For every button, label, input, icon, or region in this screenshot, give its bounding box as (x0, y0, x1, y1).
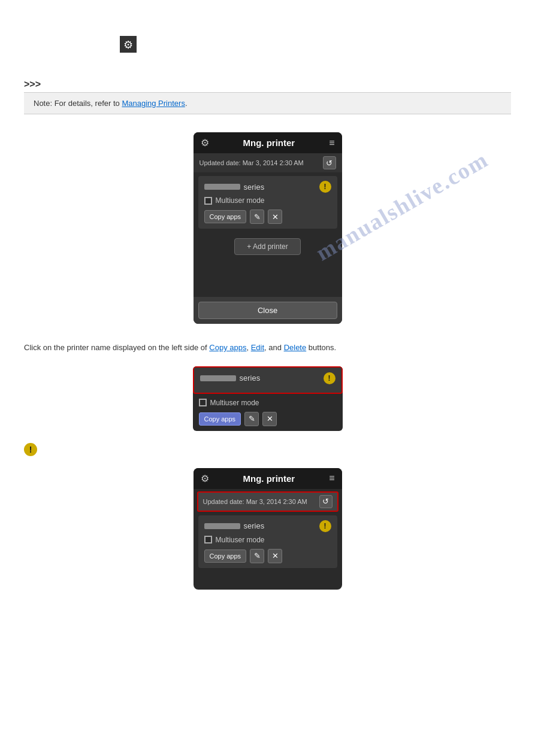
multiuser-row-3: Multiuser mode (204, 536, 331, 544)
warning-icon-standalone: ! (24, 443, 37, 456)
copy-apps-button-3[interactable]: Copy apps (204, 549, 247, 563)
multiuser-checkbox-1[interactable] (204, 197, 212, 205)
add-printer-button[interactable]: + Add printer (234, 238, 300, 255)
warning-icon-3: ! (319, 520, 331, 532)
warning-icon-2: ! (324, 372, 335, 384)
para-link1[interactable]: Copy apps (209, 343, 246, 352)
multiuser-checkbox-2[interactable] (199, 399, 207, 406)
section-1: ⚙ Mng. printer ≡ Updated date: Mar 3, 20… (73, 132, 463, 324)
multiuser-row-2: Multiuser mode (199, 399, 337, 407)
copy-apps-button-1[interactable]: Copy apps (204, 210, 247, 223)
printer-row-highlight: series ! (193, 366, 343, 394)
para-text3: , and (264, 343, 284, 352)
para-text2: , (246, 343, 250, 352)
widget-footer-1: Close (194, 297, 342, 324)
note-section: >>> Note: For details, refer to Managing… (24, 79, 511, 114)
edit-button-3[interactable]: ✎ (250, 549, 264, 563)
update-text-1: Updated date: Mar 3, 2014 2:30 AM (200, 159, 304, 166)
printer-series-1: series (244, 183, 265, 192)
note-box: Note: For details, refer to Managing Pri… (24, 92, 511, 114)
widget-spacer (194, 261, 342, 297)
action-buttons-3: Copy apps ✎ ✕ (204, 549, 331, 563)
para-text1: Click on the printer name displayed on t… (24, 343, 209, 352)
multiuser-label-3: Multiuser mode (216, 536, 265, 544)
paragraph-text: Click on the printer name displayed on t… (24, 342, 511, 354)
delete-button-2[interactable]: ✕ (262, 412, 277, 426)
printer-name-bar-1 (204, 184, 240, 190)
multiuser-label-2: Multiuser mode (210, 399, 259, 407)
multiuser-row-1: Multiuser mode (204, 196, 331, 205)
para-link2[interactable]: Edit (251, 343, 264, 352)
gear-icon-widget3[interactable]: ⚙ (201, 473, 209, 484)
warning-section: ! (24, 443, 511, 456)
printer-name-row-2: series ! (200, 372, 335, 384)
multiuser-label-1: Multiuser mode (216, 196, 265, 205)
delete-button-1[interactable]: ✕ (268, 210, 282, 224)
update-bar-1: Updated date: Mar 3, 2014 2:30 AM ↺ (194, 153, 342, 172)
note-link[interactable]: Managing Printers (122, 99, 185, 108)
refresh-button-1[interactable]: ↺ (323, 156, 336, 169)
widget-header-1: ⚙ Mng. printer ≡ (194, 132, 342, 153)
note-text-after: . (185, 99, 188, 108)
widget-title-1: Mng. printer (209, 138, 330, 148)
multiuser-checkbox-3[interactable] (204, 536, 212, 544)
action-buttons-2: Copy apps ✎ ✕ (199, 412, 337, 426)
note-arrows: >>> (24, 79, 511, 90)
update-bar-highlight: Updated date: Mar 3, 2014 2:30 AM ↺ (197, 491, 338, 512)
menu-icon-widget1[interactable]: ≡ (329, 138, 334, 148)
delete-button-3[interactable]: ✕ (268, 549, 282, 563)
menu-icon-widget3[interactable]: ≡ (329, 473, 334, 484)
add-printer-row: + Add printer (194, 232, 342, 261)
edit-button-1[interactable]: ✎ (250, 210, 264, 224)
refresh-button-3[interactable]: ↺ (319, 495, 333, 508)
gear-icon-widget1[interactable]: ⚙ (201, 137, 209, 148)
printer-row-1: series ! Multiuser mode Copy apps ✎ ✕ (198, 176, 337, 229)
section-2: series ! Multiuser mode Copy apps ✎ ✕ (193, 366, 343, 431)
printer-row-3: series ! Multiuser mode Copy apps ✎ ✕ (198, 515, 337, 568)
printer-series-2: series (240, 374, 261, 382)
printer-widget-1: ⚙ Mng. printer ≡ Updated date: Mar 3, 20… (194, 132, 342, 324)
svg-text:⚙: ⚙ (123, 39, 133, 51)
close-button-1[interactable]: Close (198, 302, 337, 319)
gear-icon-top: ⚙ (120, 36, 137, 53)
action-buttons-1: Copy apps ✎ ✕ (204, 210, 331, 224)
printer-widget-3: ⚙ Mng. printer ≡ Updated date: Mar 3, 20… (194, 468, 342, 590)
copy-apps-button-2[interactable]: Copy apps (199, 412, 241, 426)
note-text: Note: For details, refer to (34, 99, 122, 108)
widget-spacer-3 (194, 572, 342, 590)
printer-name-row-1: series ! (204, 181, 331, 193)
printer-name-bar-3 (204, 523, 240, 529)
para-text4: buttons. (306, 343, 336, 352)
widget-title-3: Mng. printer (209, 473, 330, 484)
edit-button-2[interactable]: ✎ (244, 412, 259, 426)
printer-name-row-3: series ! (204, 520, 331, 532)
section-3: ⚙ Mng. printer ≡ Updated date: Mar 3, 20… (73, 468, 463, 590)
printer-series-3: series (244, 521, 265, 530)
printer-name-bar-2 (200, 375, 236, 381)
update-text-3: Updated date: Mar 3, 2014 2:30 AM (203, 498, 307, 505)
widget-header-3: ⚙ Mng. printer ≡ (194, 468, 342, 489)
warning-icon-1: ! (319, 181, 331, 193)
para-link3[interactable]: Delete (284, 343, 307, 352)
